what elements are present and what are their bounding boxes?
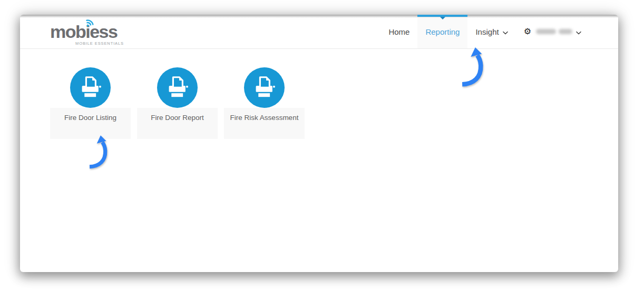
redacted-text-block (536, 29, 556, 34)
wifi-signal-icon (84, 17, 96, 31)
nav-item-reporting[interactable]: Reporting (417, 15, 467, 48)
brand-logo[interactable]: mobiess MOBILE ESSENTIALS (50, 23, 124, 48)
tile-label[interactable]: Fire Door Report (137, 108, 218, 139)
redacted-text-block (559, 29, 572, 34)
main-nav: Home Reporting Insight ⚙ (380, 15, 589, 48)
printer-icon (157, 67, 198, 108)
nav-reporting-label: Reporting (425, 27, 460, 36)
nav-item-insight[interactable]: Insight (467, 15, 515, 48)
tile-fire-door-listing[interactable]: Fire Door Listing (50, 67, 131, 139)
user-menu[interactable]: ⚙ (516, 15, 589, 48)
brand-tagline: MOBILE ESSENTIALS (50, 41, 124, 46)
gear-icon: ⚙ (524, 27, 531, 36)
tile-fire-door-report[interactable]: Fire Door Report (137, 67, 218, 139)
tile-label[interactable]: Fire Door Listing (50, 108, 131, 139)
chevron-down-icon (576, 27, 581, 36)
tile-label[interactable]: Fire Risk Assessment (224, 108, 305, 139)
tile-fire-risk-assessment[interactable]: Fire Risk Assessment (224, 67, 305, 139)
nav-item-home[interactable]: Home (380, 15, 417, 48)
printer-icon (70, 67, 111, 108)
chevron-down-icon (503, 27, 508, 36)
header: mobiess MOBILE ESSENTIALS Home Reporting… (20, 15, 618, 49)
nav-insight-label: Insight (475, 27, 499, 36)
printer-icon (244, 67, 285, 108)
app-window: mobiess MOBILE ESSENTIALS Home Reporting… (20, 15, 618, 272)
user-name-redacted (536, 29, 572, 34)
nav-home-label: Home (388, 27, 409, 36)
report-tiles: Fire Door Listing Fire Door Report (20, 49, 618, 139)
